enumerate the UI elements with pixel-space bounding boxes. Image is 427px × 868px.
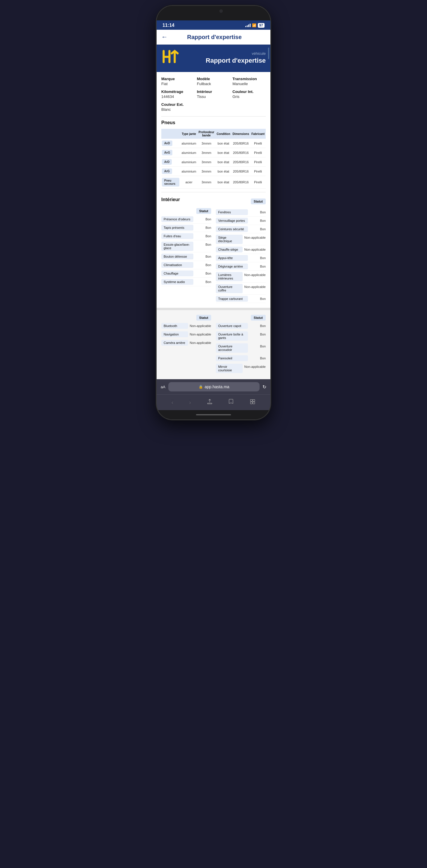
kilometrage-value: 144634: [161, 94, 195, 99]
lock-icon: 🔒: [199, 385, 203, 389]
list-item: Trappe carburant Bon: [216, 295, 266, 303]
tire-position: AvG: [161, 148, 180, 157]
interior-right-col: Fenêtres Bon Verrouillage portes Bon Cei…: [216, 208, 266, 303]
section2-item-label: Ouverture boîte à gants: [216, 332, 248, 341]
list-item: Chauffe-siège Non-applicable: [216, 245, 266, 254]
url-text: app.hasta.ma: [205, 384, 230, 389]
interior-item-value: Bon: [250, 255, 266, 260]
statut-badge-header: Statut: [251, 198, 266, 204]
tire-position: ArD: [161, 157, 180, 167]
interior-item-value: Bon: [195, 262, 211, 267]
tabs-button[interactable]: [247, 398, 258, 407]
tire-profondeur: 3mmm: [197, 176, 216, 189]
couleur-int-label: Couleur Int.: [232, 90, 266, 94]
tire-fabricant: Pirelli: [250, 167, 266, 176]
interior-item-value: Bon: [195, 233, 211, 238]
list-item: Fuites d'eau Bon: [161, 232, 211, 241]
tire-dimensions: 205/80R16: [231, 157, 250, 167]
front-camera: [219, 9, 223, 13]
section2-item-value: Bon: [250, 355, 266, 360]
banner-right: véhicule Rapport d'expertise: [206, 51, 266, 64]
tire-profondeur: 3mmm: [197, 148, 216, 157]
section2-right-col: Statut Ouverture capot Bon Ouverture boî…: [216, 315, 266, 375]
share-button[interactable]: [204, 398, 215, 407]
list-item: Présence d'odeurs Bon: [161, 215, 211, 223]
col-header-pos: [161, 129, 180, 139]
interior-item-label: Ceintures sécurité: [216, 226, 248, 232]
interior-two-col: Statut Présence d'odeurs Bon Tapis prése…: [161, 208, 266, 303]
back-nav-button[interactable]: ‹: [169, 398, 176, 407]
interior-item-label: Trappe carburant: [216, 296, 248, 302]
tire-type-jante: aluminium: [180, 167, 197, 176]
font-size-button[interactable]: aA: [161, 385, 165, 389]
tire-type-jante: aluminium: [180, 148, 197, 157]
list-item: Bluetooth Non-applicable: [161, 322, 211, 330]
marque-cell: Marque Fiat: [161, 76, 195, 86]
list-item: Appui-tête Bon: [216, 254, 266, 262]
refresh-button[interactable]: ↻: [262, 384, 266, 390]
modele-label: Modèle: [197, 76, 230, 81]
table-row: AvG aluminium 3mmm bon état 205/80R16 Pi…: [161, 148, 266, 157]
list-item: Bouton détresse Bon: [161, 252, 211, 261]
list-item: Caméra arrière Non-applicable: [161, 339, 211, 347]
interior-item-label: Fuites d'eau: [161, 233, 193, 239]
logo-area: [161, 49, 179, 66]
list-item: Ouverture coffre Non-applicable: [216, 283, 266, 295]
interior-item-label: Dégivrage arrière: [216, 264, 248, 269]
scroll-indicator[interactable]: [268, 48, 269, 59]
status-icons: 📶 97: [245, 23, 264, 28]
list-item: Lumières intérieures Non-applicable: [216, 271, 266, 283]
signal-icon: [245, 24, 251, 27]
interior-item-label: Ouverture coffre: [216, 284, 243, 293]
list-item: Navigation Non-applicable: [161, 330, 211, 339]
table-row: Pneu secours acier 3mmm bon état 205/80R…: [161, 176, 266, 189]
phone-frame: 11:14 📶 97 ← Rapport d'expertise: [156, 6, 271, 420]
list-item: Ouverture accoudoir Bon: [216, 342, 266, 354]
list-item: Mirroir courtoisie Non-applicable: [216, 363, 266, 375]
list-item: Fenêtres Bon: [216, 208, 266, 217]
modele-value: Fullback: [197, 82, 230, 86]
interior-item-value: Bon: [250, 264, 266, 268]
interior-item-label: Verrouillage portes: [216, 218, 248, 223]
interior-section: Intérieur Statut Statut Présence d'odeur…: [161, 197, 266, 303]
svg-rect-1: [253, 400, 255, 402]
col-header-profondeur: Profondeur bande: [197, 129, 216, 139]
interior-item-value: Non-applicable: [245, 284, 266, 288]
tire-type-jante: aluminium: [180, 139, 197, 148]
col-header-type-jante: Type jante: [180, 129, 197, 139]
tire-position: Pneu secours: [161, 176, 180, 189]
tire-type-jante: acier: [180, 176, 197, 189]
interieur-cell: Intérieur Tissu: [197, 90, 230, 99]
back-button[interactable]: ←: [161, 33, 168, 41]
section2-item-label: Mirroir courtoisie: [216, 364, 243, 373]
tire-condition: bon état: [216, 148, 232, 157]
col-header-condition: Condition: [216, 129, 232, 139]
interior-item-value: Bon: [195, 279, 211, 284]
interior-item-value: Bon: [195, 225, 211, 229]
list-item: Tapis présents Bon: [161, 223, 211, 232]
rapport-banner-title: Rapport d'expertise: [206, 57, 266, 64]
browser-url-bar[interactable]: 🔒 app.hasta.ma: [168, 382, 260, 392]
tire-condition: bon état: [216, 157, 232, 167]
interior-section-title: Intérieur: [161, 197, 180, 202]
forward-nav-button[interactable]: ›: [187, 398, 193, 407]
table-row: ArG aluminium 3mmm bon état 205/80R16 Pi…: [161, 167, 266, 176]
marque-label: Marque: [161, 76, 195, 81]
interior-left-col: Statut Présence d'odeurs Bon Tapis prése…: [161, 208, 211, 303]
tire-profondeur: 3mmm: [197, 167, 216, 176]
bookmarks-button[interactable]: [226, 398, 236, 407]
section2-item-label: Paresoleil: [216, 355, 248, 361]
tires-section-title: Pneus: [161, 120, 266, 125]
table-row: AvD aluminium 3mmm bon état 205/80R16 Pi…: [161, 139, 266, 148]
section2-item-value: Non-applicable: [190, 340, 211, 344]
transmission-value: Manuelle: [232, 82, 266, 86]
list-item: Système audio Bon: [161, 278, 211, 286]
list-item: Dégivrage arrière Bon: [216, 262, 266, 271]
interior-item-label: Essuie-glace/lave-glace: [161, 242, 193, 251]
col-header-fabricant: Fabricant: [250, 129, 266, 139]
phone-notch-area: [156, 6, 271, 21]
interior-item-label: Chauffage: [161, 271, 193, 276]
interior-item-value: Bon: [250, 218, 266, 222]
interior-item-value: Bon: [250, 226, 266, 231]
svg-rect-3: [253, 402, 255, 404]
